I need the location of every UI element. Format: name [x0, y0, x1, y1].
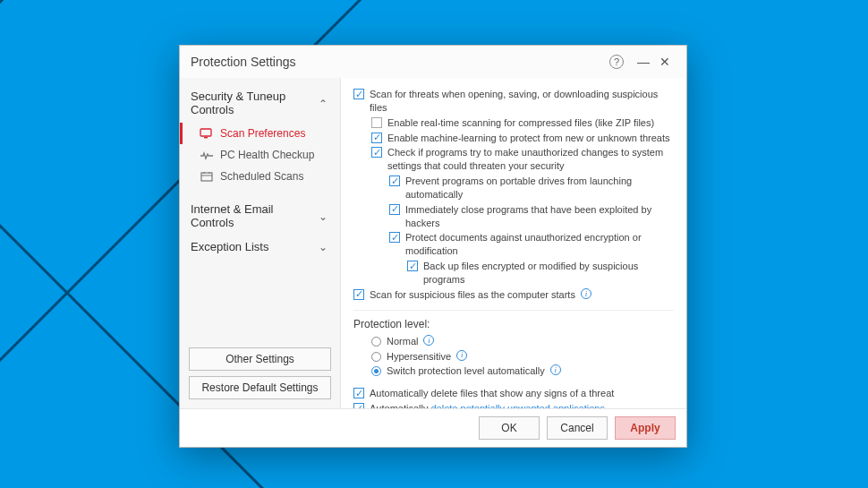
option-label: Enable real-time scanning for compressed… — [387, 116, 654, 130]
window-title: Protection Settings — [191, 55, 296, 69]
option-label: Immediately close programs that have bee… — [405, 203, 674, 230]
radio-auto[interactable] — [371, 366, 381, 376]
chevron-down-icon: ⌄ — [317, 241, 329, 253]
nav-item-scan-preferences[interactable]: Scan Preferences — [180, 123, 340, 144]
titlebar: Protection Settings ? — ✕ — [180, 46, 686, 78]
option-label: Scan for suspicious files as the compute… — [370, 288, 575, 302]
checkbox-enable-ml[interactable]: ✓ — [371, 133, 382, 143]
option-label: Automatically delete files that show any… — [370, 387, 614, 400]
help-icon[interactable]: ? — [609, 55, 624, 69]
link-pua[interactable]: delete potentially unwanted applications — [430, 403, 604, 408]
apply-button[interactable]: Apply — [615, 416, 676, 440]
checkbox-close-exploited[interactable]: ✓ — [389, 204, 400, 215]
nav-group-internet[interactable]: Internet & Email Controls ⌄ — [180, 198, 340, 235]
other-settings-button[interactable]: Other Settings — [189, 347, 331, 371]
settings-dialog: Protection Settings ? — ✕ Security & Tun… — [179, 45, 687, 448]
checkbox-backup-encrypted[interactable]: ✓ — [407, 261, 418, 271]
option-label: Check if programs try to make unauthoriz… — [387, 146, 674, 173]
checkbox-auto-delete-pua[interactable]: ✓ — [353, 403, 364, 408]
close-button[interactable]: ✕ — [654, 55, 676, 69]
nav-group-security[interactable]: Security & Tuneup Controls ⌃ — [180, 85, 340, 123]
chevron-up-icon: ⌃ — [317, 98, 329, 110]
info-icon[interactable]: i — [581, 288, 591, 299]
nav-group-exceptions[interactable]: Exception Lists ⌄ — [180, 235, 340, 260]
checkbox-check-programs[interactable]: ✓ — [371, 147, 382, 158]
option-label: Switch protection level automatically — [387, 364, 545, 378]
option-label: Back up files encrypted or modified by s… — [423, 260, 674, 287]
option-label: Scan for threats when opening, saving, o… — [370, 88, 674, 115]
dialog-footer: OK Cancel Apply — [180, 408, 686, 447]
svg-rect-2 — [201, 173, 212, 181]
checkbox-auto-delete-threat[interactable]: ✓ — [353, 388, 364, 398]
checkbox-prevent-portable[interactable]: ✓ — [389, 176, 400, 186]
nav-item-label: Scan Preferences — [220, 127, 305, 140]
info-icon[interactable]: i — [456, 350, 467, 361]
option-label: Hypersensitive — [387, 350, 451, 364]
sidebar: Security & Tuneup Controls ⌃ Scan Prefer… — [180, 78, 341, 408]
monitor-icon — [199, 127, 215, 140]
checkbox-scan-threats[interactable]: ✓ — [353, 89, 364, 99]
option-label: Protect documents against unauthorized e… — [405, 231, 674, 258]
minimize-button[interactable]: — — [633, 55, 654, 69]
nav-item-scheduled-scans[interactable]: Scheduled Scans — [180, 166, 340, 187]
checkbox-realtime-zip[interactable]: ✓ — [371, 117, 382, 128]
radio-hypersensitive[interactable] — [371, 352, 381, 362]
restore-defaults-button[interactable]: Restore Default Settings — [189, 376, 331, 399]
cancel-button[interactable]: Cancel — [547, 416, 608, 440]
content-pane: ✓ Scan for threats when opening, saving,… — [341, 78, 686, 408]
ok-button[interactable]: OK — [479, 416, 540, 440]
checkbox-scan-startup[interactable]: ✓ — [353, 289, 364, 300]
nav-item-pc-health[interactable]: PC Health Checkup — [180, 144, 340, 166]
svg-rect-1 — [204, 137, 208, 138]
option-label: Enable machine-learning to protect from … — [387, 132, 670, 145]
chevron-down-icon: ⌄ — [317, 210, 329, 223]
nav-item-label: Scheduled Scans — [220, 170, 303, 183]
option-label: Automatically delete potentially unwante… — [370, 402, 605, 408]
option-label: Normal — [387, 335, 418, 348]
svg-rect-0 — [200, 129, 211, 136]
calendar-icon — [199, 170, 215, 183]
option-label: Prevent programs on portable drives from… — [405, 175, 674, 201]
checkbox-protect-docs[interactable]: ✓ — [389, 232, 400, 243]
info-icon[interactable]: i — [550, 364, 561, 375]
radio-normal[interactable] — [371, 337, 381, 347]
nav-item-label: PC Health Checkup — [220, 149, 314, 161]
heartbeat-icon — [199, 149, 215, 161]
info-icon[interactable]: i — [423, 335, 434, 346]
protection-level-title: Protection level: — [353, 318, 674, 330]
